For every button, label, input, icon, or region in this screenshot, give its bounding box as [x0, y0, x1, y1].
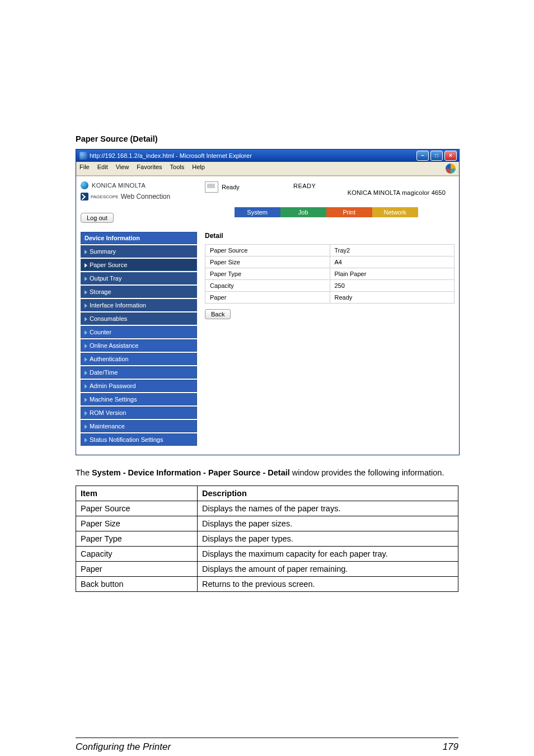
- section-heading: Paper Source (Detail): [76, 134, 458, 143]
- detail-row: Paper SizeA4: [205, 256, 455, 268]
- side-navigation: Device Information Summary Paper Source …: [81, 232, 197, 447]
- table-row: Back buttonReturns to the previous scree…: [76, 576, 458, 591]
- nav-online-assistance-label: Online Assistance: [90, 342, 138, 349]
- nav-admin-password[interactable]: Admin Password: [81, 380, 197, 392]
- table-cell-desc: Displays the maximum capacity for each p…: [198, 546, 458, 561]
- table-cell-desc: Displays the amount of paper remaining.: [198, 561, 458, 576]
- detail-value: Ready: [330, 292, 455, 304]
- detail-row: Capacity250: [205, 280, 455, 292]
- table-cell-item: Paper Source: [76, 501, 198, 516]
- description-table: Item Description Paper SourceDisplays th…: [76, 486, 458, 592]
- status-label: Ready: [222, 184, 240, 190]
- nav-maintenance-label: Maintenance: [90, 423, 125, 430]
- nav-consumables-label: Consumables: [90, 315, 127, 322]
- menu-tools[interactable]: Tools: [170, 164, 185, 174]
- detail-value: Tray2: [330, 245, 455, 256]
- caption-bold: System - Device Information - Paper Sour…: [92, 468, 290, 477]
- back-button[interactable]: Back: [205, 309, 231, 319]
- table-row: PaperDisplays the amount of paper remain…: [76, 561, 458, 576]
- menu-file[interactable]: File: [79, 164, 90, 174]
- table-cell-desc: Displays the paper sizes.: [198, 516, 458, 531]
- nav-device-information[interactable]: Device Information: [81, 232, 197, 244]
- logout-button[interactable]: Log out: [81, 213, 114, 223]
- brand-name: KONICA MINOLTA: [92, 182, 146, 189]
- nav-storage[interactable]: Storage: [81, 286, 197, 298]
- detail-label: Paper Source: [205, 245, 330, 256]
- nav-rom-version-label: ROM Version: [90, 409, 126, 416]
- table-cell-item: Paper Size: [76, 516, 198, 531]
- pagescope-logo-icon: [81, 193, 88, 200]
- detail-panel: Detail Paper SourceTray2 Paper SizeA4 Pa…: [205, 232, 455, 447]
- table-cell-item: Paper Type: [76, 531, 198, 546]
- menu-bar: File Edit View Favorites Tools Help: [76, 162, 459, 176]
- menu-view[interactable]: View: [116, 164, 129, 174]
- nav-output-tray-label: Output Tray: [90, 275, 121, 282]
- nav-date-time-label: Date/Time: [90, 369, 118, 376]
- footer-left: Configuring the Printer: [76, 741, 171, 753]
- window-maximize-button[interactable]: □: [430, 151, 443, 161]
- nav-counter[interactable]: Counter: [81, 326, 197, 338]
- konica-minolta-logo-icon: [81, 181, 88, 189]
- window-close-button[interactable]: ×: [444, 151, 457, 161]
- window-minimize-button[interactable]: –: [416, 151, 429, 161]
- tab-print[interactable]: Print: [326, 207, 372, 217]
- table-cell-item: Paper: [76, 561, 198, 576]
- table-row: Paper TypeDisplays the paper types.: [76, 531, 458, 546]
- window-titlebar: http://192.168.1.2/a_index.html - Micros…: [76, 150, 459, 162]
- nav-paper-source[interactable]: Paper Source: [81, 259, 197, 271]
- nav-interface-info[interactable]: Interface Information: [81, 299, 197, 311]
- tab-network[interactable]: Network: [372, 207, 418, 217]
- table-row: CapacityDisplays the maximum capacity fo…: [76, 546, 458, 561]
- printer-status-icon: [205, 181, 218, 193]
- table-header-item: Item: [76, 486, 198, 501]
- nav-maintenance[interactable]: Maintenance: [81, 420, 197, 432]
- ie-icon: [79, 152, 87, 160]
- nav-output-tray[interactable]: Output Tray: [81, 272, 197, 284]
- nav-status-notification[interactable]: Status Notification Settings: [81, 433, 197, 446]
- nav-admin-password-label: Admin Password: [90, 382, 136, 389]
- detail-value: A4: [330, 256, 455, 268]
- nav-date-time[interactable]: Date/Time: [81, 366, 197, 379]
- nav-summary[interactable]: Summary: [81, 245, 197, 258]
- table-row: Paper SourceDisplays the names of the pa…: [76, 501, 458, 516]
- model-name: KONICA MINOLTA magicolor 4650: [348, 189, 446, 196]
- caption-prefix: The: [76, 468, 92, 477]
- caption-suffix: window provides the following informatio…: [290, 468, 444, 477]
- table-cell-item: Back button: [76, 576, 198, 591]
- table-cell-desc: Displays the names of the paper trays.: [198, 501, 458, 516]
- detail-label: Paper Size: [205, 256, 330, 268]
- detail-row: Paper SourceTray2: [205, 245, 455, 256]
- table-cell-desc: Displays the paper types.: [198, 531, 458, 546]
- detail-row: Paper TypePlain Paper: [205, 268, 455, 280]
- nav-consumables[interactable]: Consumables: [81, 312, 197, 325]
- pagescope-name: Web Connection: [121, 193, 171, 200]
- nav-summary-label: Summary: [90, 248, 116, 255]
- browser-window: http://192.168.1.2/a_index.html - Micros…: [76, 149, 460, 455]
- nav-online-assistance[interactable]: Online Assistance: [81, 339, 197, 352]
- nav-storage-label: Storage: [90, 288, 111, 295]
- footer-page-number: 179: [443, 741, 458, 753]
- table-cell-item: Capacity: [76, 546, 198, 561]
- window-title: http://192.168.1.2/a_index.html - Micros…: [90, 152, 416, 159]
- table-header-description: Description: [198, 486, 458, 501]
- caption-paragraph: The System - Device Information - Paper …: [76, 468, 458, 479]
- detail-title: Detail: [205, 232, 455, 240]
- nav-paper-source-label: Paper Source: [90, 262, 127, 268]
- nav-authentication[interactable]: Authentication: [81, 353, 197, 365]
- tab-job[interactable]: Job: [280, 207, 326, 217]
- page-footer: Configuring the Printer 179: [76, 738, 458, 753]
- table-header-row: Item Description: [76, 486, 458, 501]
- nav-status-notification-label: Status Notification Settings: [90, 436, 163, 443]
- table-row: Paper SizeDisplays the paper sizes.: [76, 516, 458, 531]
- menu-edit[interactable]: Edit: [97, 164, 108, 174]
- tab-system[interactable]: System: [235, 207, 280, 217]
- nav-machine-settings-label: Machine Settings: [90, 396, 137, 403]
- menu-favorites[interactable]: Favorites: [137, 164, 162, 174]
- menu-help[interactable]: Help: [192, 164, 205, 174]
- detail-value: 250: [330, 280, 455, 292]
- nav-rom-version[interactable]: ROM Version: [81, 407, 197, 419]
- nav-interface-info-label: Interface Information: [90, 302, 146, 309]
- nav-machine-settings[interactable]: Machine Settings: [81, 393, 197, 405]
- detail-label: Paper Type: [205, 268, 330, 280]
- detail-label: Capacity: [205, 280, 330, 292]
